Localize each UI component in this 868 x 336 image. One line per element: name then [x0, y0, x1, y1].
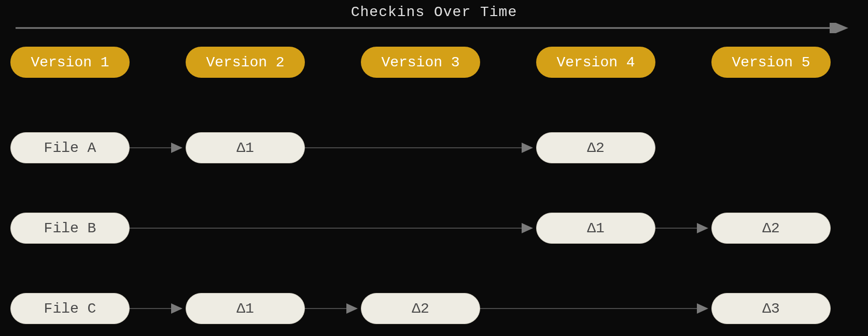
- connector-layer: [0, 0, 868, 336]
